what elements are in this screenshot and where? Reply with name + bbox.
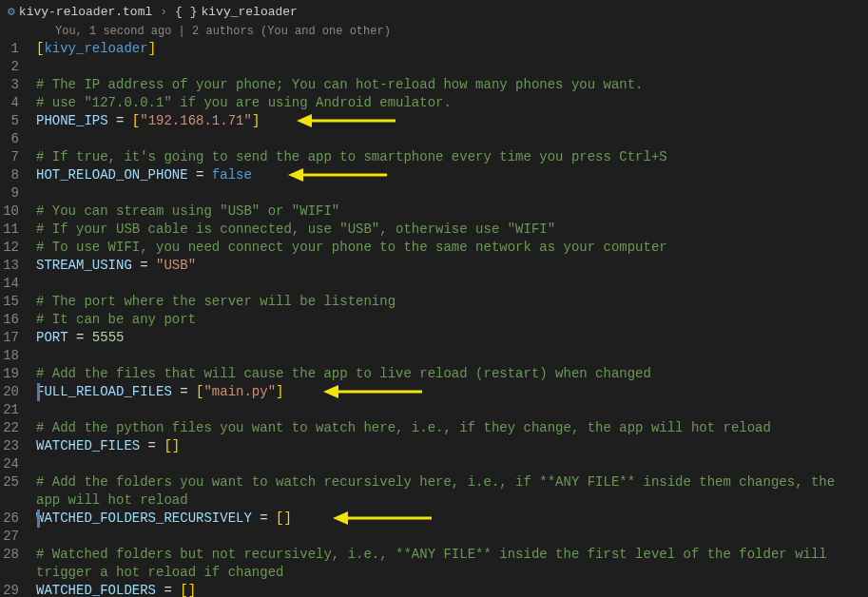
line-content[interactable]: # To use WIFI, you need connect your pho… — [36, 239, 868, 257]
token-op: = — [156, 583, 180, 597]
token-comment: # To use WIFI, you need connect your pho… — [36, 240, 667, 255]
line-content[interactable]: FULL_RELOAD_FILES = ["main.py"] — [36, 383, 868, 401]
code-line[interactable]: 7# If true, it's going to send the app t… — [0, 148, 868, 166]
line-content[interactable]: # Add the files that will cause the app … — [36, 365, 868, 383]
line-number: 10 — [0, 202, 36, 221]
line-content[interactable]: PORT = 5555 — [36, 329, 868, 347]
token-section: kivy_reloader — [44, 41, 147, 56]
token-op: = — [252, 510, 276, 526]
line-number: 13 — [0, 257, 36, 275]
code-line[interactable]: 2 — [0, 58, 868, 76]
line-content[interactable]: PHONE_IPS = ["192.168.1.71"] — [36, 112, 868, 130]
code-line[interactable]: 3# The IP address of your phone; You can… — [0, 76, 868, 94]
svg-marker-1 — [297, 114, 312, 127]
breadcrumb-file[interactable]: kivy-reloader.toml — [19, 5, 152, 19]
code-line[interactable]: 13STREAM_USING = "USB" — [0, 257, 868, 275]
line-content[interactable]: # Add the folders you want to watch recu… — [36, 473, 868, 510]
breadcrumb-symbol[interactable]: kivy_reloader — [201, 5, 297, 19]
line-content[interactable]: # The port where the server will be list… — [36, 293, 868, 311]
line-content[interactable]: WATCHED_FOLDERS_RECURSIVELY = [] — [36, 510, 868, 528]
token-op: = — [188, 167, 212, 183]
code-line[interactable]: 22# Add the python files you want to wat… — [0, 419, 868, 437]
code-line[interactable]: 28# Watched folders but not recursively,… — [0, 546, 868, 582]
line-content[interactable]: # If your USB cable is connected, use "U… — [36, 221, 868, 239]
code-line[interactable]: 8HOT_RELOAD_ON_PHONE = false — [0, 166, 868, 184]
token-key: WATCHED_FOLDERS — [36, 583, 156, 597]
annotation-arrow-icon — [297, 112, 395, 129]
token-comment: # The IP address of your phone; You can … — [36, 77, 644, 92]
code-line[interactable]: 17PORT = 5555 — [0, 329, 868, 347]
line-content[interactable]: # You can stream using "USB" or "WIFI" — [36, 202, 868, 221]
line-content[interactable]: # It can be any port — [36, 311, 868, 329]
line-number: 12 — [0, 239, 36, 257]
code-line[interactable]: 21 — [0, 401, 868, 419]
gutter-change-marker — [37, 510, 40, 528]
line-content[interactable]: # If true, it's going to send the app to… — [36, 148, 868, 166]
line-number: 5 — [0, 112, 36, 130]
braces-icon: { } — [175, 5, 197, 19]
code-line[interactable]: 11# If your USB cable is connected, use … — [0, 221, 868, 239]
token-comment: # The port where the server will be list… — [36, 294, 395, 309]
code-line[interactable]: 9 — [0, 184, 868, 202]
token-key: WATCHED_FOLDERS_RECURSIVELY — [36, 510, 252, 526]
code-line[interactable]: 10# You can stream using "USB" or "WIFI" — [0, 202, 868, 221]
token-string: "192.168.1.71" — [140, 113, 252, 128]
code-line[interactable]: 25# Add the folders you want to watch re… — [0, 473, 868, 510]
code-line[interactable]: 12# To use WIFI, you need connect your p… — [0, 239, 868, 257]
code-line[interactable]: 24 — [0, 455, 868, 473]
token-key: PORT — [36, 330, 68, 345]
token-bracket: ] — [148, 41, 156, 56]
code-line[interactable]: 18 — [0, 347, 868, 365]
line-content[interactable]: WATCHED_FILES = [] — [36, 437, 868, 455]
line-number: 23 — [0, 437, 36, 455]
line-number: 29 — [0, 582, 36, 597]
line-number: 26 — [0, 510, 36, 528]
line-content[interactable]: [kivy_reloader] — [36, 40, 868, 58]
code-line[interactable]: 29WATCHED_FOLDERS = [] — [0, 582, 868, 597]
svg-marker-5 — [323, 385, 338, 398]
token-op: = — [132, 258, 156, 273]
line-number: 3 — [0, 76, 36, 94]
token-key: FULL_RELOAD_FILES — [36, 384, 172, 399]
line-number: 27 — [0, 528, 36, 546]
code-line[interactable]: 15# The port where the server will be li… — [0, 293, 868, 311]
line-content[interactable]: # use "127.0.0.1" if you are using Andro… — [36, 94, 868, 112]
token-comment: # use "127.0.0.1" if you are using Andro… — [36, 95, 452, 110]
token-bracket: [ — [180, 583, 187, 597]
code-line[interactable]: 19# Add the files that will cause the ap… — [0, 365, 868, 383]
token-bracket: [ — [164, 438, 171, 453]
line-content[interactable]: # Watched folders but not recursively, i… — [36, 546, 868, 582]
line-content[interactable]: STREAM_USING = "USB" — [36, 257, 868, 275]
code-line[interactable]: 6 — [0, 130, 868, 148]
breadcrumb[interactable]: ⚙ kivy-reloader.toml › { } kivy_reloader — [0, 0, 868, 23]
annotation-arrow-icon — [323, 383, 422, 400]
code-line[interactable]: 14 — [0, 275, 868, 293]
line-number: 25 — [0, 473, 36, 491]
code-editor[interactable]: 1[kivy_reloader]23# The IP address of yo… — [0, 40, 868, 597]
line-content[interactable]: HOT_RELOAD_ON_PHONE = false — [36, 166, 868, 184]
token-key: WATCHED_FILES — [36, 438, 140, 453]
line-number: 18 — [0, 347, 36, 365]
git-blame-annotation[interactable]: You, 1 second ago | 2 authors (You and o… — [0, 23, 868, 40]
code-line[interactable]: 20FULL_RELOAD_FILES = ["main.py"] — [0, 383, 868, 401]
code-line[interactable]: 27 — [0, 528, 868, 546]
code-line[interactable]: 16# It can be any port — [0, 311, 868, 329]
line-number: 6 — [0, 130, 36, 148]
token-comment: # You can stream using "USB" or "WIFI" — [36, 203, 339, 219]
line-number: 24 — [0, 455, 36, 473]
token-bracket: [ — [132, 113, 140, 128]
line-number: 4 — [0, 94, 36, 112]
token-string: "main.py" — [203, 384, 276, 399]
token-op: = — [108, 113, 132, 128]
line-content[interactable]: # The IP address of your phone; You can … — [36, 76, 868, 94]
code-line[interactable]: 4# use "127.0.0.1" if you are using Andr… — [0, 94, 868, 112]
code-line[interactable]: 1[kivy_reloader] — [0, 40, 868, 58]
code-line[interactable]: 5PHONE_IPS = ["192.168.1.71"] — [0, 112, 868, 130]
line-content[interactable]: # Add the python files you want to watch… — [36, 419, 868, 437]
line-number: 17 — [0, 329, 36, 347]
line-number: 16 — [0, 311, 36, 329]
code-line[interactable]: 26WATCHED_FOLDERS_RECURSIVELY = [] — [0, 510, 868, 528]
token-bracket: ] — [252, 113, 260, 128]
code-line[interactable]: 23WATCHED_FILES = [] — [0, 437, 868, 455]
line-content[interactable]: WATCHED_FOLDERS = [] — [36, 582, 868, 597]
